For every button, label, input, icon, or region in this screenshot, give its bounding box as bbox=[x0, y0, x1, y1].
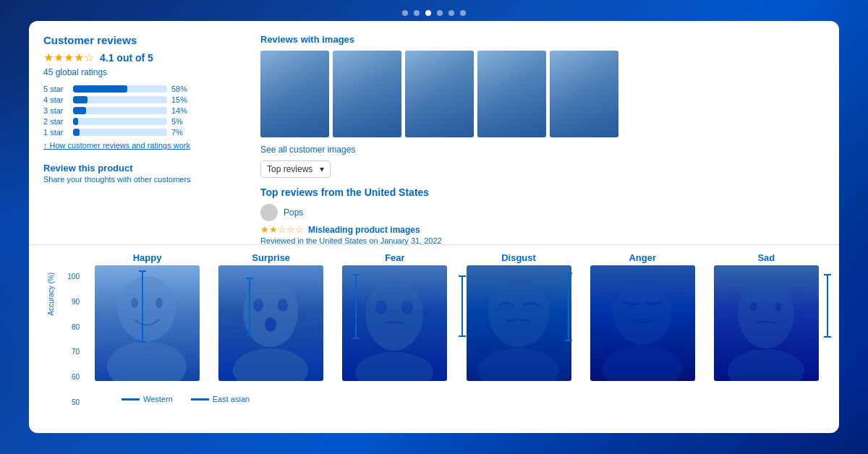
y-label-60: 60 bbox=[72, 373, 80, 381]
dot-1[interactable] bbox=[402, 10, 408, 16]
y-axis-section: Accuracy (%) bbox=[40, 252, 61, 319]
svg-point-10 bbox=[355, 352, 433, 381]
review-thumb-3[interactable] bbox=[405, 51, 474, 137]
svg-point-20 bbox=[775, 302, 782, 311]
svg-point-11 bbox=[375, 300, 387, 314]
dot-3[interactable] bbox=[425, 10, 431, 16]
svg-point-17 bbox=[738, 278, 794, 348]
emotions-panel: Happy bbox=[82, 252, 828, 403]
svg-point-13 bbox=[488, 278, 549, 347]
error-bar-disgust bbox=[461, 275, 463, 337]
star-label-2: 2 star bbox=[43, 117, 69, 126]
review-date: Reviewed in the United States on January… bbox=[260, 236, 825, 245]
bar-pct-1: 7% bbox=[171, 128, 193, 137]
emotion-anger-label: Anger bbox=[629, 252, 656, 263]
emotion-surprise: Surprise bbox=[218, 252, 323, 386]
svg-point-1 bbox=[107, 341, 187, 381]
error-bar-happy bbox=[142, 270, 143, 343]
svg-point-4 bbox=[243, 278, 298, 347]
bar-pct-3: 14% bbox=[171, 106, 193, 115]
review-title: Misleading product images bbox=[308, 225, 420, 235]
rating-number: 4.1 out of 5 bbox=[100, 52, 153, 64]
review-thumb-2[interactable] bbox=[333, 51, 401, 137]
star-label-3: 3 star bbox=[43, 106, 69, 115]
legend-east-asian-line bbox=[191, 398, 209, 401]
bar-bg-4 bbox=[73, 96, 167, 103]
face-anger bbox=[590, 265, 695, 381]
star-bars: 5 star 58% 4 star 15% 3 star bbox=[43, 85, 231, 137]
svg-point-12 bbox=[401, 300, 413, 314]
y-label-70: 70 bbox=[72, 348, 80, 356]
sort-label: Top reviews bbox=[267, 164, 312, 174]
emotion-happy-label: Happy bbox=[133, 252, 162, 263]
top-reviews-title: Top reviews from the United States bbox=[260, 187, 825, 198]
how-work-link[interactable]: ↑ How customer reviews and ratings work bbox=[43, 141, 231, 150]
svg-point-9 bbox=[365, 278, 423, 351]
dot-2[interactable] bbox=[414, 10, 420, 16]
star-row-2: 2 star 5% bbox=[43, 117, 231, 126]
y-label-50: 50 bbox=[72, 398, 80, 406]
bar-fill-5 bbox=[73, 85, 127, 93]
error-bar-fear bbox=[355, 274, 357, 339]
top-section: Customer reviews ★★★★☆ 4.1 out of 5 45 g… bbox=[29, 21, 839, 245]
dot-6[interactable] bbox=[460, 10, 466, 16]
reviewer-name: Pops bbox=[284, 207, 303, 218]
emotion-disgust-label: Disgust bbox=[501, 252, 536, 263]
face-surprise bbox=[218, 265, 323, 381]
sort-dropdown[interactable]: Top reviews ▾ bbox=[260, 160, 331, 178]
bottom-section: Accuracy (%) 100 90 80 70 60 50 Happy bbox=[29, 245, 839, 433]
star-row-1: 1 star 7% bbox=[43, 128, 231, 137]
bar-bg-2 bbox=[73, 118, 167, 125]
legend-western: Western bbox=[122, 395, 173, 403]
bar-pct-2: 5% bbox=[171, 117, 193, 126]
review-product-section: Review this product Share your thoughts … bbox=[43, 163, 231, 184]
svg-point-3 bbox=[156, 298, 163, 308]
svg-point-18 bbox=[728, 349, 804, 381]
emotion-fear: Fear bbox=[342, 252, 447, 386]
review-images-row bbox=[260, 51, 825, 137]
error-bars-section: Happy bbox=[85, 252, 828, 386]
y-axis-title: Accuracy (%) bbox=[47, 273, 55, 315]
bar-fill-3 bbox=[73, 107, 86, 114]
error-bar-sad bbox=[827, 274, 828, 338]
face-disgust bbox=[467, 265, 571, 381]
review-star-icons: ★★☆☆☆ bbox=[260, 224, 304, 235]
dot-5[interactable] bbox=[448, 10, 454, 16]
legend-western-line bbox=[122, 398, 140, 401]
review-thumb-1[interactable] bbox=[260, 51, 329, 137]
svg-point-14 bbox=[478, 348, 559, 381]
dot-4[interactable] bbox=[437, 10, 443, 16]
svg-point-19 bbox=[750, 302, 757, 311]
dot-navigation bbox=[402, 10, 466, 16]
legend-western-label: Western bbox=[143, 395, 173, 403]
bar-fill-1 bbox=[73, 129, 80, 136]
star-label-1: 1 star bbox=[43, 128, 69, 137]
star-label-4: 4 star bbox=[43, 95, 69, 104]
svg-point-5 bbox=[233, 348, 308, 381]
legend-east-asian: East asian bbox=[191, 395, 250, 403]
rating-summary: ★★★★☆ 4.1 out of 5 bbox=[43, 51, 231, 64]
review-thumb-5[interactable] bbox=[550, 51, 618, 137]
star-icons: ★★★★☆ bbox=[43, 51, 94, 64]
bar-fill-4 bbox=[73, 96, 88, 103]
main-card: Customer reviews ★★★★☆ 4.1 out of 5 45 g… bbox=[29, 21, 839, 433]
svg-point-2 bbox=[131, 298, 138, 308]
face-sad bbox=[714, 265, 819, 381]
review-thumb-4[interactable] bbox=[477, 51, 546, 137]
star-row-3: 3 star 14% bbox=[43, 106, 231, 115]
review-stars-row: ★★☆☆☆ Misleading product images bbox=[260, 224, 825, 235]
star-row-5: 5 star 58% bbox=[43, 85, 231, 93]
face-fear bbox=[342, 265, 447, 381]
review-product-sub: Share your thoughts with other customers bbox=[43, 175, 231, 184]
bar-pct-4: 15% bbox=[171, 95, 193, 104]
y-label-90: 90 bbox=[72, 298, 80, 306]
star-row-4: 4 star 15% bbox=[43, 95, 231, 104]
emotion-fear-label: Fear bbox=[385, 252, 404, 263]
reviews-right-panel: Reviews with images See all customer ima… bbox=[260, 34, 825, 237]
see-all-images-link[interactable]: See all customer images bbox=[260, 145, 825, 155]
reviews-images-title: Reviews with images bbox=[260, 34, 825, 45]
y-axis-labels: 100 90 80 70 60 50 bbox=[61, 273, 82, 406]
global-ratings: 45 global ratings bbox=[43, 67, 231, 77]
bar-bg-5 bbox=[73, 85, 167, 93]
svg-point-8 bbox=[265, 317, 276, 332]
